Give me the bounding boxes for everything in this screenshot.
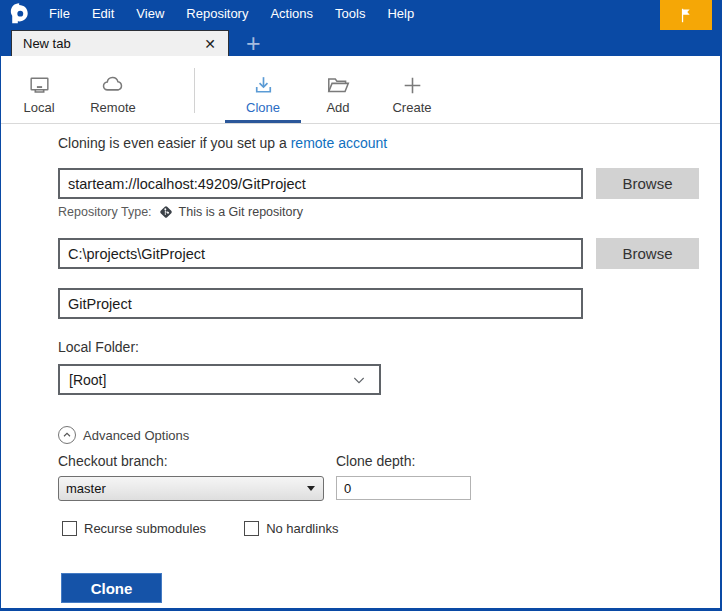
flag-button[interactable] xyxy=(660,0,712,30)
browse-destination-button[interactable]: Browse xyxy=(596,238,699,269)
combo-arrow-icon xyxy=(307,486,315,491)
toolbar-add-label: Add xyxy=(326,100,349,115)
repository-type-row: Repository Type: This is a Git repositor… xyxy=(58,204,720,220)
toolbar-create-label: Create xyxy=(392,100,431,115)
menu-tools[interactable]: Tools xyxy=(324,0,376,28)
advanced-options-label: Advanced Options xyxy=(83,428,189,443)
remote-account-hint: Cloning is even easier if you set up a r… xyxy=(58,135,720,151)
hint-text: Cloning is even easier if you set up a xyxy=(58,135,291,151)
clone-depth-label: Clone depth: xyxy=(336,453,471,469)
toolbar-remote-button[interactable]: Remote xyxy=(81,56,145,123)
advanced-options-toggle[interactable]: Advanced Options xyxy=(58,426,720,444)
recurse-submodules-checkbox[interactable] xyxy=(62,521,77,536)
checkout-branch-select[interactable]: master xyxy=(58,476,324,501)
sourcetree-logo-icon xyxy=(8,3,30,25)
cloud-icon xyxy=(100,70,126,100)
no-hardlinks-checkbox[interactable] xyxy=(244,521,259,536)
toolbar-local-label: Local xyxy=(23,100,54,115)
git-diamond-icon xyxy=(158,204,174,220)
toolbar-clone-button[interactable]: Clone xyxy=(225,56,301,123)
toolbar-remote-label: Remote xyxy=(90,100,136,115)
tab-title: New tab xyxy=(23,36,200,51)
close-icon[interactable]: ✕ xyxy=(200,36,220,52)
remote-account-link[interactable]: remote account xyxy=(291,135,388,151)
no-hardlinks-option[interactable]: No hardlinks xyxy=(244,521,338,536)
recurse-submodules-option[interactable]: Recurse submodules xyxy=(62,521,206,536)
toolbar: Local Remote Clone xyxy=(1,56,720,124)
clone-button[interactable]: Clone xyxy=(61,573,162,603)
tab-strip: New tab ✕ + xyxy=(1,28,720,56)
checkbox-row: Recurse submodules No hardlinks xyxy=(62,521,720,536)
no-hardlinks-label: No hardlinks xyxy=(266,521,338,536)
menu-actions[interactable]: Actions xyxy=(259,0,324,28)
menu-help[interactable]: Help xyxy=(376,0,425,28)
menu-repository[interactable]: Repository xyxy=(175,0,259,28)
download-icon xyxy=(251,70,276,100)
menu-file[interactable]: File xyxy=(38,0,81,28)
repository-type-label: Repository Type: xyxy=(58,205,152,219)
toolbar-local-button[interactable]: Local xyxy=(7,56,71,123)
checkout-branch-value: master xyxy=(66,481,307,496)
clone-form: Cloning is even easier if you set up a r… xyxy=(1,135,720,603)
folder-icon xyxy=(325,70,351,100)
checkout-branch-label: Checkout branch: xyxy=(58,453,336,469)
toolbar-divider xyxy=(194,68,195,113)
plus-icon xyxy=(400,70,425,100)
repository-type-value: This is a Git repository xyxy=(179,205,303,219)
menu-bar: File Edit View Repository Actions Tools … xyxy=(1,0,720,28)
monitor-icon xyxy=(27,70,52,100)
tab-new-tab[interactable]: New tab ✕ xyxy=(11,30,229,56)
local-folder-dropdown[interactable]: [Root] xyxy=(58,364,381,395)
branch-depth-row: Checkout branch: master Clone depth: xyxy=(58,453,720,501)
source-url-input[interactable] xyxy=(58,168,583,199)
flag-icon xyxy=(677,6,696,25)
toolbar-create-button[interactable]: Create xyxy=(380,56,444,123)
app-window: File Edit View Repository Actions Tools … xyxy=(0,0,722,611)
menu-view[interactable]: View xyxy=(125,0,175,28)
destination-path-input[interactable] xyxy=(58,238,583,269)
menu-edit[interactable]: Edit xyxy=(81,0,125,28)
clone-depth-input[interactable] xyxy=(336,476,471,500)
toolbar-clone-label: Clone xyxy=(246,100,280,115)
chevron-up-circle-icon xyxy=(58,426,76,444)
chevron-down-icon xyxy=(351,372,367,388)
new-tab-button[interactable]: + xyxy=(242,30,265,56)
repo-name-input[interactable] xyxy=(58,288,583,319)
local-folder-value: [Root] xyxy=(69,372,351,388)
local-folder-label: Local Folder: xyxy=(58,339,720,355)
recurse-submodules-label: Recurse submodules xyxy=(84,521,206,536)
toolbar-add-button[interactable]: Add xyxy=(306,56,370,123)
browse-source-button[interactable]: Browse xyxy=(596,168,699,199)
